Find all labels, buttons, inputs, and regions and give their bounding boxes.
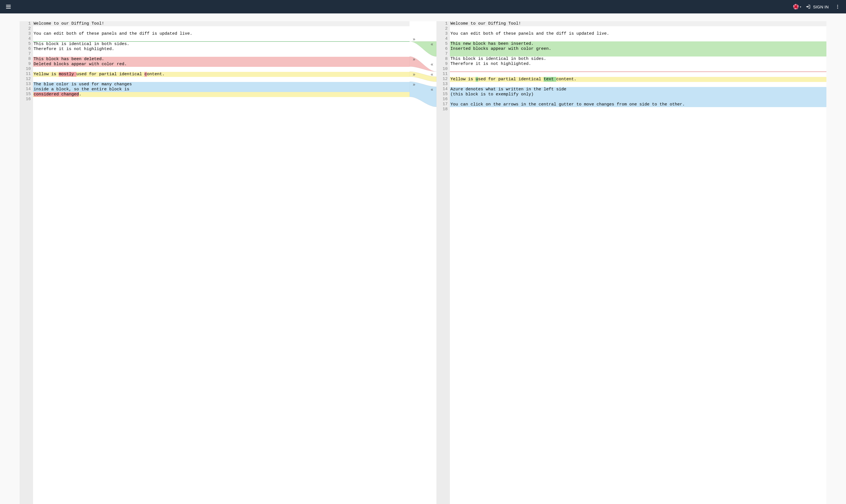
line-number: 12 [436, 77, 448, 82]
push-right-arrow[interactable]: » [411, 57, 417, 62]
code-line[interactable]: This block is identical in both sides. [450, 56, 826, 61]
line-number: 11 [20, 72, 31, 77]
code-line[interactable] [33, 26, 410, 31]
left-line-numbers: 12345678910111213141516 [20, 21, 33, 504]
text-segment: content. [556, 77, 576, 82]
kebab-menu-icon[interactable] [833, 2, 842, 11]
code-line[interactable] [33, 36, 410, 41]
right-line-numbers: 123456789101112131415161718 [436, 21, 450, 504]
chevron-down-icon: ▾ [800, 5, 801, 8]
line-number: 14 [436, 87, 448, 92]
line-number: 16 [20, 97, 31, 102]
right-code[interactable]: Welcome to our Diffing Tool!You can edit… [450, 21, 826, 504]
code-line[interactable]: This block is identical in both sides. [33, 42, 410, 47]
line-number: 15 [20, 92, 31, 97]
code-line[interactable]: You can click on the arrows in the centr… [450, 102, 826, 107]
line-number: 8 [20, 56, 31, 61]
text-segment: . [79, 92, 82, 97]
line-number: 3 [436, 31, 448, 36]
code-line[interactable]: You can edit both of these panels and th… [33, 31, 410, 36]
code-line[interactable]: Yellow is used for partial identical tex… [450, 77, 826, 82]
line-number: 3 [20, 31, 31, 36]
text-segment: Yellow is [450, 77, 476, 82]
sign-in-button[interactable]: SIGN IN [806, 4, 829, 9]
line-number: 6 [436, 47, 448, 52]
hamburger-menu-icon[interactable] [4, 2, 13, 11]
code-line[interactable]: considered changed. [33, 92, 410, 97]
code-line[interactable]: This block has been deleted. [33, 57, 410, 62]
line-number: 4 [20, 36, 31, 41]
code-line[interactable] [450, 107, 826, 112]
code-line[interactable] [450, 52, 826, 56]
code-line[interactable] [33, 52, 410, 57]
line-number: 15 [436, 92, 448, 97]
code-line[interactable]: (this block is to exemplify only) [450, 92, 826, 97]
line-number: 10 [436, 67, 448, 72]
code-line[interactable] [450, 72, 826, 77]
svg-point-3 [837, 5, 838, 5]
sign-in-icon [806, 4, 811, 9]
inserted-segment: text [543, 77, 556, 82]
code-line[interactable]: Inserted blocks appear with color green. [450, 47, 826, 52]
left-diff-panel[interactable]: 12345678910111213141516 Welcome to our D… [20, 21, 410, 504]
code-line[interactable] [33, 77, 410, 82]
code-line[interactable] [450, 36, 826, 41]
line-number: 4 [436, 36, 448, 41]
code-line[interactable] [450, 26, 826, 31]
line-number: 9 [436, 61, 448, 67]
code-line[interactable]: Azure denotes what is written in the lef… [450, 87, 826, 92]
code-line[interactable]: The blue color is used for many changes [33, 82, 410, 87]
line-number: 11 [436, 72, 448, 77]
code-line[interactable] [450, 97, 826, 102]
code-line[interactable]: Therefore it is not highlighted. [33, 47, 410, 52]
code-line[interactable] [450, 67, 826, 72]
svg-point-4 [837, 6, 838, 7]
inserted-segment: u [476, 77, 478, 82]
line-number: 5 [20, 41, 31, 47]
line-number: 13 [436, 82, 448, 87]
line-number: 2 [436, 26, 448, 31]
code-line[interactable] [450, 82, 826, 87]
push-left-arrow[interactable]: « [429, 62, 435, 67]
code-line[interactable]: Welcome to our Diffing Tool! [450, 21, 826, 26]
deleted-segment: mostly [59, 72, 76, 77]
push-left-arrow[interactable]: « [429, 42, 435, 47]
line-number: 16 [436, 97, 448, 102]
text-segment: Yellow is [34, 72, 59, 77]
code-line[interactable]: Yellow is mostly used for partial identi… [33, 72, 410, 77]
line-number: 14 [20, 87, 31, 92]
code-line[interactable] [33, 97, 410, 102]
code-line[interactable]: Welcome to our Diffing Tool! [33, 21, 410, 26]
line-number: 18 [436, 107, 448, 112]
diff-workspace: 12345678910111213141516 Welcome to our D… [0, 14, 846, 504]
line-number: 12 [20, 77, 31, 82]
push-right-arrow[interactable]: » [411, 72, 417, 77]
code-line[interactable]: Therefore it is not highlighted. [450, 61, 826, 67]
text-segment: ontent. [147, 72, 165, 77]
code-line[interactable]: You can edit both of these panels and th… [450, 31, 826, 36]
line-number: 2 [20, 26, 31, 31]
language-selector[interactable]: ▾ [793, 4, 801, 10]
line-number: 1 [20, 21, 31, 26]
line-number: 1 [436, 21, 448, 26]
line-number: 7 [20, 52, 31, 56]
push-right-arrow[interactable]: » [411, 37, 417, 42]
left-code[interactable]: Welcome to our Diffing Tool!You can edit… [33, 21, 410, 504]
sign-in-label: SIGN IN [813, 4, 829, 9]
line-number: 7 [436, 52, 448, 56]
line-number: 6 [20, 47, 31, 52]
uk-flag-icon [793, 4, 799, 10]
push-left-arrow[interactable]: « [429, 87, 435, 92]
svg-point-5 [837, 8, 838, 9]
deleted-segment: c [144, 72, 147, 77]
right-diff-panel[interactable]: 123456789101112131415161718 Welcome to o… [436, 21, 826, 504]
text-segment: used for partial identical [76, 72, 144, 77]
line-number: 9 [20, 61, 31, 67]
code-line[interactable]: Deleted blocks appear with color red. [33, 62, 410, 67]
code-line[interactable]: This new block has been inserted. [450, 41, 826, 47]
code-line[interactable]: inside a block, so the entire block is [33, 87, 410, 92]
code-line[interactable] [33, 67, 410, 72]
push-right-arrow[interactable]: » [411, 82, 417, 87]
push-left-arrow[interactable]: « [429, 72, 435, 77]
line-number: 17 [436, 102, 448, 107]
